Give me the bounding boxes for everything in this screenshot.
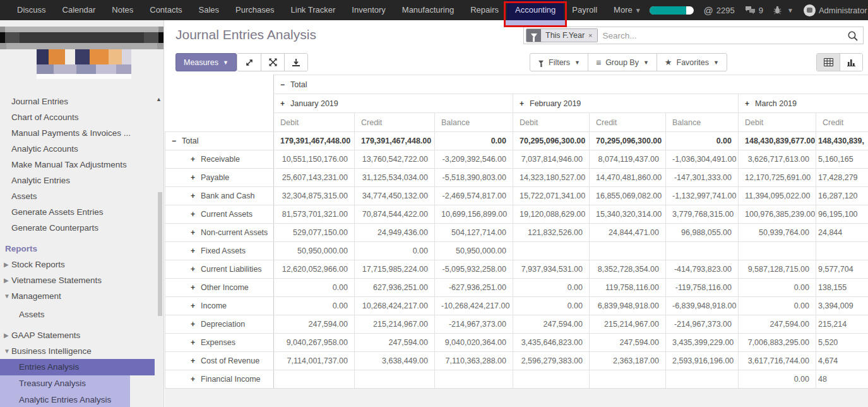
expand-plus-icon[interactable]: + (280, 99, 285, 108)
expand-plus-icon[interactable]: + (191, 265, 195, 274)
nav-item-more[interactable]: More▼ (605, 0, 650, 20)
expand-plus-icon[interactable]: + (191, 228, 195, 237)
sidebar-item-chart-of-accounts[interactable]: Chart of Accounts (0, 109, 163, 125)
pivot-row-header-income[interactable]: +Income (165, 297, 274, 315)
sidebar-item-analytic-accounts[interactable]: Analytic Accounts (0, 141, 163, 157)
chevron-right-icon[interactable]: ▶ (4, 257, 9, 272)
sidebar-item-generate-assets-entries[interactable]: Generate Assets Entries (0, 204, 163, 220)
pivot-measure-header-balance[interactable]: Balance (666, 113, 739, 132)
pivot-measure-header-debit[interactable]: Debit (739, 113, 816, 132)
nav-item-manufacturing[interactable]: Manufacturing (394, 0, 462, 20)
nav-item-purchases[interactable]: Purchases (227, 0, 282, 20)
pivot-row-header-current-assets[interactable]: +Current Assets (165, 205, 274, 224)
pivot-row-header-financial-income[interactable]: +Financial Income (165, 370, 274, 389)
nav-item-calendar[interactable]: Calendar (54, 0, 104, 20)
pivot-measure-header-credit[interactable]: Credit (816, 113, 868, 132)
expand-plus-icon[interactable]: + (191, 155, 195, 164)
chevron-down-icon[interactable]: ▼ (4, 343, 10, 359)
pivot-row-header-current-liabilities[interactable]: +Current Liabilities (165, 260, 274, 279)
sidebar-item-analytic-entries-analysis[interactable]: Analytic Entries Analysis (0, 392, 130, 407)
nav-item-link-tracker[interactable]: Link Tracker (283, 0, 344, 20)
groupby-button[interactable]: ≡ Group By▼ (588, 54, 657, 71)
nav-item-contacts[interactable]: Contacts (141, 0, 190, 20)
pivot-row-header-depreciation[interactable]: +Depreciation (165, 315, 274, 334)
search-icon[interactable] (847, 30, 858, 41)
filters-button[interactable]: Filters▼ (530, 54, 588, 71)
nav-item-accounting[interactable]: Accounting (507, 0, 564, 20)
expand-plus-icon[interactable]: + (191, 375, 195, 384)
search-bar[interactable]: This F.Year × Search... (523, 27, 864, 44)
pivot-row-header-payable[interactable]: +Payable (165, 169, 274, 187)
sidebar-item-stock-reports[interactable]: ▶Stock Reports (0, 257, 163, 272)
expand-plus-icon[interactable]: + (745, 99, 749, 108)
nav-item-discuss[interactable]: Discuss (9, 0, 54, 20)
expand-plus-icon[interactable]: + (191, 283, 195, 292)
pivot-measure-header-debit[interactable]: Debit (513, 113, 590, 132)
collapse-icon[interactable]: − (172, 137, 176, 145)
pivot-measure-header-balance[interactable]: Balance (435, 113, 513, 132)
pivot-month-header-january-2019[interactable]: +January 2019 (274, 94, 513, 113)
favorites-button[interactable]: ★ Favorites▼ (657, 54, 727, 71)
sidebar-item-manual-payments-invoices[interactable]: Manual Payments & Invoices ... (0, 125, 163, 141)
nav-item-notes[interactable]: Notes (104, 0, 141, 20)
sidebar-item-analytic-entries[interactable]: Analytic Entries (0, 173, 163, 188)
pivot-view-button[interactable] (817, 54, 840, 71)
nav-item-payroll[interactable]: Payroll (564, 0, 605, 20)
expand-plus-icon[interactable]: + (191, 191, 195, 200)
pivot-col-total-header[interactable]: −Total (274, 75, 868, 94)
sidebar-item-gaap-statements[interactable]: ▶GAAP Statements (0, 327, 163, 343)
pivot-row-header-total[interactable]: −Total (165, 132, 274, 150)
search-input[interactable]: Search... (603, 31, 847, 40)
sidebar-item-entries-analysis[interactable]: Entries Analysis (0, 359, 155, 375)
pivot-row-header-bank-and-cash[interactable]: +Bank and Cash (165, 187, 274, 205)
scroll-up-arrow-icon[interactable]: ▲ (156, 96, 162, 102)
chevron-down-icon[interactable]: ▼ (4, 288, 10, 304)
sidebar-item-generate-counterparts[interactable]: Generate Counterparts (0, 220, 163, 236)
sidebar-item-assets[interactable]: Assets (0, 188, 163, 204)
expand-plus-icon[interactable]: + (191, 338, 195, 347)
search-facet[interactable]: This F.Year × (526, 28, 598, 42)
sidebar-scrollbar-thumb[interactable] (158, 192, 162, 316)
pivot-measure-header-credit[interactable]: Credit (355, 113, 435, 132)
measures-button[interactable]: Measures▼ (175, 53, 237, 71)
nav-item-inventory[interactable]: Inventory (343, 0, 393, 20)
sidebar-item-assets[interactable]: Assets (0, 307, 163, 322)
messages-menu[interactable]: 9 (745, 6, 763, 15)
nav-item-repairs[interactable]: Repairs (462, 0, 507, 20)
sidebar-item-management[interactable]: ▼Management (0, 288, 163, 304)
pivot-measure-header-credit[interactable]: Credit (590, 113, 666, 132)
pivot-row-header-expenses[interactable]: +Expenses (165, 334, 274, 352)
expand-plus-icon[interactable]: + (191, 210, 195, 219)
expand-plus-icon[interactable]: + (520, 99, 524, 108)
collapse-icon[interactable]: − (280, 80, 285, 89)
pivot-row-header-cost-of-revenue[interactable]: +Cost of Revenue (165, 352, 274, 370)
chevron-right-icon[interactable]: ▶ (4, 272, 9, 288)
pivot-row-header-receivable[interactable]: +Receivable (165, 150, 274, 169)
sidebar-item-journal-entries[interactable]: Journal Entries (0, 94, 163, 109)
expand-plus-icon[interactable]: + (191, 173, 195, 182)
pivot-month-header-february-2019[interactable]: +February 2019 (513, 94, 739, 113)
user-menu[interactable]: Administrator (mknwyp... ▼ (804, 4, 868, 16)
nav-item-sales[interactable]: Sales (191, 0, 228, 20)
expand-plus-icon[interactable]: + (191, 301, 195, 310)
pivot-measure-header-debit[interactable]: Debit (274, 113, 355, 132)
expand-icon[interactable] (237, 54, 261, 71)
expand-plus-icon[interactable]: + (191, 320, 195, 329)
pivot-row-header-other-income[interactable]: +Other Income (165, 279, 274, 297)
sidebar-item-vietnamese-statements[interactable]: ▶Vietnamese Statements (0, 272, 163, 288)
pivot-row-header-non-current-assets[interactable]: +Non-current Assets (165, 224, 274, 242)
pivot-row-header-fixed-assets[interactable]: +Fixed Assets (165, 242, 274, 260)
pivot-month-header-march-2019[interactable]: +March 2019 (739, 94, 868, 113)
sidebar-item-make-manual-tax-adjustments[interactable]: Make Manual Tax Adjustments (0, 157, 163, 173)
download-icon[interactable] (284, 54, 307, 71)
expand-plus-icon[interactable]: + (191, 356, 195, 365)
chevron-right-icon[interactable]: ▶ (4, 327, 9, 343)
activities-menu[interactable]: @ 2295 (704, 5, 735, 16)
flip-axis-icon[interactable] (261, 54, 284, 71)
graph-view-button[interactable] (840, 54, 862, 71)
expand-plus-icon[interactable]: + (191, 246, 195, 255)
sidebar-item-business-intelligence[interactable]: ▼Business Intelligence (0, 343, 163, 359)
debug-menu[interactable]: ▼ (773, 6, 794, 15)
sidebar-item-treasury-analysis[interactable]: Treasury Analysis (0, 375, 130, 392)
facet-remove-icon[interactable]: × (588, 32, 592, 39)
